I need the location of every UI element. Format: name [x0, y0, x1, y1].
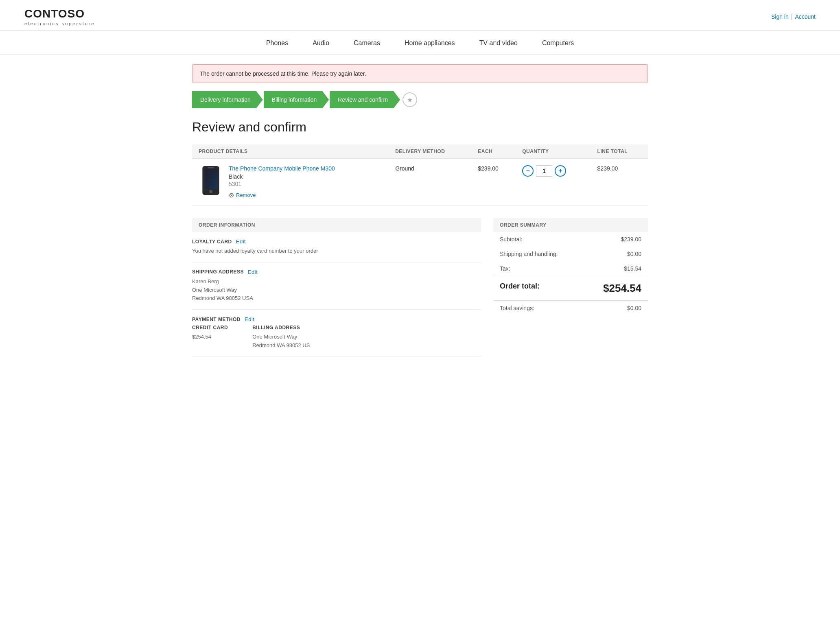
- col-header-line-total: LINE TOTAL: [591, 144, 648, 159]
- payment-edit-link[interactable]: Edit: [245, 316, 254, 322]
- loyalty-text: You have not added loyalty card number t…: [192, 247, 481, 256]
- qty-increase-button[interactable]: +: [555, 165, 566, 177]
- page-title: Review and confirm: [192, 120, 648, 135]
- shipping-edit-link[interactable]: Edit: [248, 269, 258, 275]
- star-icon: ★: [407, 96, 413, 104]
- order-information: ORDER INFORMATION LOYALTY CARD Edit You …: [192, 218, 481, 357]
- loyalty-edit-link[interactable]: Edit: [236, 238, 246, 245]
- product-image: [199, 165, 223, 197]
- logo: CONTOSO electronics superstore: [24, 7, 95, 26]
- nav-item-tv-video[interactable]: TV and video: [479, 39, 518, 47]
- nav-separator: |: [791, 13, 793, 20]
- step-billing-label: Billing information: [272, 96, 317, 103]
- shipping-label: SHIPPING ADDRESS Edit: [192, 269, 481, 275]
- logo-sub: electronics superstore: [24, 21, 95, 26]
- account-link[interactable]: Account: [795, 13, 816, 20]
- loyalty-label: LOYALTY CARD Edit: [192, 238, 481, 245]
- credit-card-amount: $254.54: [192, 333, 228, 341]
- quantity-control: − +: [522, 165, 584, 177]
- error-message: The order cannot be processed at this ti…: [200, 70, 366, 77]
- shipping-address1: One Microsoft Way: [192, 286, 481, 295]
- qty-decrease-button[interactable]: −: [522, 165, 534, 177]
- each-price: $239.00: [478, 165, 499, 172]
- logo-main: CONTOSO: [24, 7, 95, 20]
- savings-value: $0.00: [627, 305, 641, 311]
- main-content: The order cannot be processed at this ti…: [168, 64, 672, 357]
- remove-icon: ⊗: [229, 191, 234, 199]
- tax-label: Tax:: [500, 265, 510, 272]
- col-header-quantity: QUANTITY: [516, 144, 591, 159]
- header-nav: Sign in | Account: [771, 13, 816, 20]
- svg-rect-5: [204, 169, 218, 189]
- table-row: The Phone Company Mobile Phone M300 Blac…: [192, 159, 648, 206]
- nav-item-computers[interactable]: Computers: [542, 39, 574, 47]
- step-billing: Billing information: [264, 91, 329, 108]
- step-review: Review and confirm: [330, 91, 400, 108]
- phone-icon: [199, 165, 223, 196]
- delivery-method-cell: Ground: [389, 159, 471, 206]
- step-delivery: Delivery information: [192, 91, 263, 108]
- nav-item-audio[interactable]: Audio: [313, 39, 329, 47]
- billing-address-text: One Microsoft Way Redmond WA 98052 US: [252, 333, 310, 350]
- svg-point-3: [209, 190, 212, 193]
- payment-method-section: PAYMENT METHOD Edit CREDIT CARD $254.54 …: [192, 310, 481, 357]
- shipping-address-section: SHIPPING ADDRESS Edit Karen Berg One Mic…: [192, 262, 481, 310]
- summary-savings: Total savings: $0.00: [493, 301, 648, 315]
- summary-shipping: Shipping and handling: $0.00: [493, 247, 648, 261]
- total-label: Order total:: [500, 282, 540, 295]
- site-header: CONTOSO electronics superstore Sign in |…: [0, 0, 840, 31]
- product-name-link[interactable]: The Phone Company Mobile Phone M300: [229, 165, 335, 172]
- col-header-each: EACH: [471, 144, 516, 159]
- quantity-cell: − +: [516, 159, 591, 206]
- progress-bar: Delivery information Billing information…: [192, 91, 648, 108]
- step-circle: ★: [402, 92, 417, 107]
- loyalty-card-section: LOYALTY CARD Edit You have not added loy…: [192, 232, 481, 262]
- payment-label: PAYMENT METHOD Edit: [192, 316, 481, 322]
- each-price-cell: $239.00: [471, 159, 516, 206]
- delivery-method-value: Ground: [395, 165, 414, 172]
- product-sku: 5301: [229, 181, 335, 187]
- step-review-label: Review and confirm: [338, 96, 388, 103]
- shipping-address2: Redmond WA 98052 USA: [192, 294, 481, 303]
- shipping-value: $0.00: [627, 251, 641, 257]
- shipping-label: Shipping and handling:: [500, 251, 558, 257]
- order-summary: ORDER SUMMARY Subtotal: $239.00 Shipping…: [493, 218, 648, 357]
- line-total-cell: $239.00: [591, 159, 648, 206]
- billing-address1: One Microsoft Way: [252, 333, 310, 341]
- nav-item-home-appliances[interactable]: Home appliances: [405, 39, 455, 47]
- subtotal-value: $239.00: [621, 236, 641, 243]
- product-table: PRODUCT DETAILS DELIVERY METHOD EACH QUA…: [192, 144, 648, 206]
- nav-item-cameras[interactable]: Cameras: [354, 39, 380, 47]
- shipping-address-text: Karen Berg One Microsoft Way Redmond WA …: [192, 278, 481, 303]
- summary-tax: Tax: $15.54: [493, 261, 648, 276]
- billing-address2: Redmond WA 98052 US: [252, 341, 310, 350]
- remove-label: Remove: [236, 192, 256, 198]
- product-info: The Phone Company Mobile Phone M300 Blac…: [229, 165, 335, 199]
- summary-subtotal: Subtotal: $239.00: [493, 232, 648, 247]
- main-nav: Phones Audio Cameras Home appliances TV …: [0, 31, 840, 55]
- total-value: $254.54: [603, 282, 641, 295]
- svg-rect-4: [208, 167, 214, 168]
- order-summary-header: ORDER SUMMARY: [493, 218, 648, 232]
- order-info-header: ORDER INFORMATION: [192, 218, 481, 232]
- bottom-section: ORDER INFORMATION LOYALTY CARD Edit You …: [192, 218, 648, 357]
- qty-input[interactable]: [536, 165, 552, 177]
- signin-link[interactable]: Sign in: [771, 13, 789, 20]
- line-total-value: $239.00: [597, 165, 618, 172]
- step-delivery-label: Delivery information: [200, 96, 251, 103]
- savings-label: Total savings:: [500, 305, 534, 311]
- tax-value: $15.54: [624, 265, 641, 272]
- billing-address-label: BILLING ADDRESS: [252, 325, 310, 330]
- subtotal-label: Subtotal:: [500, 236, 522, 243]
- product-details-cell: The Phone Company Mobile Phone M300 Blac…: [192, 159, 389, 206]
- nav-item-phones[interactable]: Phones: [266, 39, 288, 47]
- col-header-product: PRODUCT DETAILS: [192, 144, 389, 159]
- billing-address-info: BILLING ADDRESS One Microsoft Way Redmon…: [252, 325, 310, 350]
- summary-total: Order total: $254.54: [493, 276, 648, 300]
- remove-button[interactable]: ⊗ Remove: [229, 191, 335, 199]
- credit-card-label: CREDIT CARD: [192, 325, 228, 330]
- col-header-delivery: DELIVERY METHOD: [389, 144, 471, 159]
- shipping-name: Karen Berg: [192, 278, 481, 286]
- product-color: Black: [229, 173, 335, 180]
- error-banner: The order cannot be processed at this ti…: [192, 64, 648, 83]
